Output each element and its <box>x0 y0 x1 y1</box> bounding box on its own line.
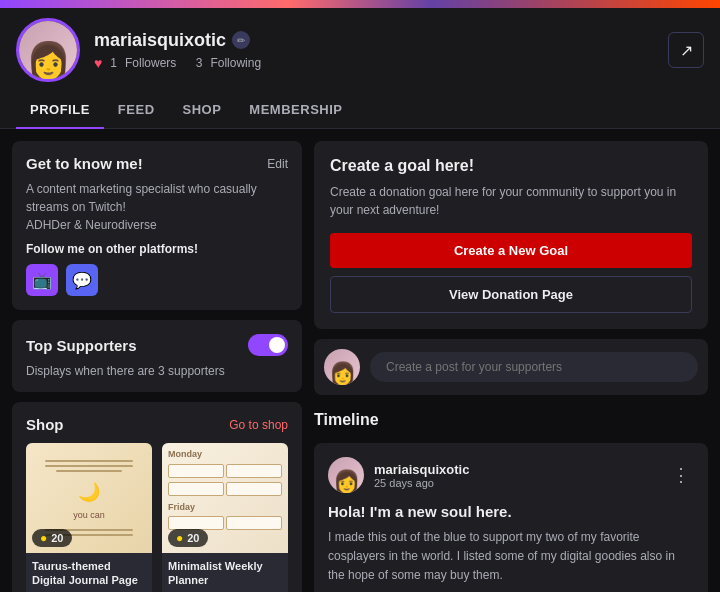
post-title: Hola! I'm a new soul here. <box>328 503 694 520</box>
tab-membership[interactable]: MEMBERSHIP <box>235 92 356 129</box>
shop-item-journal[interactable]: 🌙 you can ● 20 Taurus-themed Digital Jou… <box>26 443 152 592</box>
post-menu-button[interactable]: ⋮ <box>668 464 694 486</box>
goal-card: Create a goal here! Create a donation go… <box>314 141 708 329</box>
journal-price: ● 20 <box>32 529 72 547</box>
main-layout: Get to know me! Edit A content marketing… <box>0 129 720 592</box>
supporters-title: Top Supporters <box>26 337 137 354</box>
supporters-toggle[interactable] <box>248 334 288 356</box>
username: mariaisquixotic <box>94 30 226 51</box>
planner-price: ● 20 <box>168 529 208 547</box>
shop-item-planner[interactable]: Monday Friday <box>162 443 288 592</box>
following-label: Following <box>210 56 261 70</box>
timeline-label: Timeline <box>314 405 708 433</box>
tab-feed[interactable]: FEED <box>104 92 169 129</box>
discord-icon[interactable]: 💬 <box>66 264 98 296</box>
edit-profile-icon[interactable]: ✏ <box>232 31 250 49</box>
coin-icon: ● <box>40 531 47 545</box>
tab-profile[interactable]: PROFILE <box>16 92 104 129</box>
avatar: 👩 <box>16 18 80 82</box>
heart-icon: ♥ <box>94 55 102 71</box>
supporters-card: Top Supporters Displays when there are 3… <box>12 320 302 392</box>
bio-text-1: A content marketing specialist who casua… <box>26 180 288 234</box>
go-to-shop-link[interactable]: Go to shop <box>229 418 288 432</box>
post-body: I made this out of the blue to support m… <box>328 528 694 592</box>
goal-description: Create a donation goal here for your com… <box>330 183 692 219</box>
header-info: mariaisquixotic ✏ ♥ 1 Followers 3 Follow… <box>94 30 704 71</box>
following-count: 3 <box>196 56 203 70</box>
twitch-icon[interactable]: 📺 <box>26 264 58 296</box>
tab-shop[interactable]: SHOP <box>169 92 236 129</box>
share-icon: ↗ <box>680 41 693 60</box>
platform-icons: 📺 💬 <box>26 264 288 296</box>
post-avatar: 👩 <box>324 349 360 385</box>
post-username: mariaisquixotic <box>374 462 658 477</box>
timeline-post: 👩 mariaisquixotic 25 days ago ⋮ Hola! I'… <box>314 443 708 592</box>
coin-icon-2: ● <box>176 531 183 545</box>
shop-title: Shop <box>26 416 64 433</box>
shop-card: Shop Go to shop 🌙 you can <box>12 402 302 592</box>
header-banner <box>0 0 720 8</box>
about-title: Get to know me! <box>26 155 143 172</box>
post-input[interactable] <box>370 352 698 382</box>
left-column: Get to know me! Edit A content marketing… <box>12 141 302 592</box>
nav-tabs: PROFILE FEED SHOP MEMBERSHIP <box>0 92 720 129</box>
post-author-avatar: 👩 <box>328 457 364 493</box>
supporters-subtitle: Displays when there are 3 supporters <box>26 364 288 378</box>
journal-name: Taurus-themed Digital Journal Page <box>26 553 152 590</box>
goal-title: Create a goal here! <box>330 157 692 175</box>
header: 👩 mariaisquixotic ✏ ♥ 1 Followers 3 Foll… <box>0 8 720 92</box>
right-column: Create a goal here! Create a donation go… <box>314 141 708 592</box>
about-edit-link[interactable]: Edit <box>267 157 288 171</box>
view-donation-button[interactable]: View Donation Page <box>330 276 692 313</box>
followers-label: Followers <box>125 56 176 70</box>
share-button[interactable]: ↗ <box>668 32 704 68</box>
post-time: 25 days ago <box>374 477 658 489</box>
shop-items: 🌙 you can ● 20 Taurus-themed Digital Jou… <box>26 443 288 592</box>
create-goal-button[interactable]: Create a New Goal <box>330 233 692 268</box>
about-card: Get to know me! Edit A content marketing… <box>12 141 302 310</box>
followers-count: 1 <box>110 56 117 70</box>
planner-name: Minimalist Weekly Planner <box>162 553 288 590</box>
follow-label: Follow me on other platforms! <box>26 242 288 256</box>
post-input-row: 👩 <box>314 339 708 395</box>
